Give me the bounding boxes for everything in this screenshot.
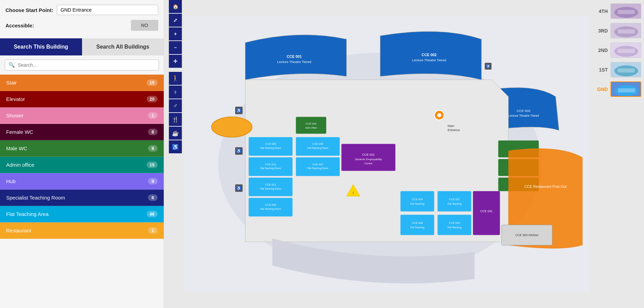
pan-button[interactable]: ✛ [169, 55, 182, 68]
cafe-filter-button[interactable]: ☕ [169, 127, 182, 140]
floor-label: 1ST [597, 67, 608, 73]
floor-label: GND [597, 87, 608, 92]
svg-text:CCE 003: CCE 003 [306, 122, 317, 125]
svg-text:Flat Teaching Room: Flat Teaching Room [260, 147, 281, 150]
start-point-select[interactable]: GND Entrance [57, 5, 158, 15]
svg-text:Flat Teaching Room: Flat Teaching Room [260, 208, 281, 210]
floor-thumbnail [611, 23, 641, 38]
category-label: Female WC [6, 129, 148, 135]
zoom-out-button[interactable]: − [169, 41, 182, 54]
svg-point-47 [212, 117, 252, 137]
category-label: Restaurant [6, 228, 148, 233]
floor-item-1st[interactable]: 1ST [597, 62, 641, 77]
svg-text:CCE 001: CCE 001 [287, 54, 302, 59]
search-icon: 🔍 [9, 62, 15, 68]
category-count: 1 [148, 112, 158, 119]
svg-rect-51 [438, 191, 471, 211]
category-item-admin-office[interactable]: Admin office 15 [0, 157, 164, 173]
svg-rect-60 [473, 191, 500, 235]
svg-text:CCE Restaurant First Out: CCE Restaurant First Out [524, 184, 567, 189]
floor-item-3rd[interactable]: 3RD [597, 23, 641, 38]
svg-rect-70 [618, 10, 635, 14]
category-label: Admin office [6, 162, 147, 168]
svg-rect-57 [438, 215, 471, 235]
category-item-elevator[interactable]: Elevator 20 [0, 91, 164, 107]
category-list: Stair 15 Elevator 20 Shower 1 Female WC … [0, 75, 164, 308]
category-item-male-wc[interactable]: Male WC 9 [0, 140, 164, 157]
female-wc-filter-button[interactable]: ♀ [169, 86, 182, 99]
svg-text:CCE 034: CCE 034 [412, 198, 423, 201]
svg-text:Entrance: Entrance [448, 128, 460, 132]
floor-item-2nd[interactable]: 2ND [597, 42, 641, 58]
svg-text:Adm Office: Adm Office [305, 127, 317, 129]
svg-text:CCE 037: CCE 037 [449, 198, 460, 201]
svg-rect-11 [249, 137, 292, 156]
floor-label: 4TH [597, 9, 608, 14]
left-panel: Choose Start Point: GND Entrance Accessi… [0, 0, 164, 308]
home-button[interactable]: 🏠 [169, 0, 182, 13]
svg-text:CCE 007: CCE 007 [312, 163, 323, 166]
category-item-restaurant[interactable]: Restaurant 1 [0, 222, 164, 239]
start-point-label: Choose Start Point: [5, 7, 53, 13]
accessible-toggle[interactable]: NO [131, 20, 158, 31]
svg-text:CCE 303 Kitchen: CCE 303 Kitchen [515, 233, 538, 237]
map-area: 🏠 ⤢ + − ✛ 🚶 ♀ ♂ 🍴 ☕ ♿ CCE 001 Lecture Th… [164, 0, 644, 308]
svg-text:Lecture Theatre Tiered: Lecture Theatre Tiered [508, 114, 539, 117]
restaurant-filter-button[interactable]: 🍴 [169, 113, 182, 126]
category-item-stair[interactable]: Stair 15 [0, 75, 164, 91]
zoom-in-button[interactable]: + [169, 27, 182, 40]
svg-rect-48 [400, 191, 434, 211]
svg-text:!: ! [353, 191, 354, 195]
floor-label: 3RD [597, 28, 608, 34]
floor-panel: 4TH 3RD 2ND 1ST GND [589, 0, 644, 100]
svg-text:♿: ♿ [236, 149, 241, 153]
svg-text:Main: Main [448, 124, 454, 128]
accessible-filter-button[interactable]: ♿ [169, 140, 182, 153]
category-item-shower[interactable]: Shower 1 [0, 107, 164, 124]
accessible-label: Accessible: [5, 23, 34, 28]
category-label: Specialist Teaching Room [6, 195, 148, 201]
svg-text:CCE 008: CCE 008 [265, 142, 277, 145]
category-label: Shower [6, 113, 148, 118]
search-tabs: Search This Building Search All Building… [0, 38, 164, 55]
search-input[interactable] [18, 62, 155, 68]
svg-text:♿: ♿ [236, 108, 241, 113]
building-map[interactable]: CCE 001 Lecture Theatre Tiered CCE 002 L… [185, 0, 589, 308]
male-wc-filter-button[interactable]: ♂ [169, 99, 182, 112]
svg-rect-79 [618, 68, 635, 73]
svg-rect-76 [618, 49, 635, 53]
svg-text:♿: ♿ [236, 186, 241, 191]
svg-text:CCE 003: CCE 003 [517, 109, 531, 113]
search-input-container: 🔍 [5, 60, 159, 70]
floor-item-gnd[interactable]: GND [597, 81, 641, 97]
svg-text:Students Employability: Students Employability [355, 158, 382, 161]
floor-label: 2ND [597, 48, 608, 53]
svg-rect-14 [249, 157, 292, 176]
svg-text:Flat Teaching: Flat Teaching [447, 226, 461, 229]
fullscreen-button[interactable]: ⤢ [169, 14, 182, 27]
category-item-female-wc[interactable]: Female WC 8 [0, 124, 164, 140]
svg-point-38 [437, 113, 441, 117]
svg-text:CCE 041: CCE 041 [480, 209, 493, 213]
category-item-specialist-teaching-room[interactable]: Specialist Teaching Room 6 [0, 190, 164, 206]
category-item-hub[interactable]: Hub 9 [0, 173, 164, 190]
svg-rect-26 [296, 157, 340, 176]
svg-text:CCE 040: CCE 040 [449, 221, 460, 224]
category-item-flat-teaching-area[interactable]: Flat Teaching Area 46 [0, 206, 164, 222]
floor-item-4th[interactable]: 4TH [597, 3, 641, 19]
svg-rect-54 [400, 215, 434, 235]
svg-text:CCE 010: CCE 010 [265, 163, 277, 166]
svg-text:Flat Teaching: Flat Teaching [410, 203, 424, 205]
svg-text:Flat Teaching Room: Flat Teaching Room [307, 167, 328, 170]
category-label: Flat Teaching Area [6, 211, 147, 217]
svg-rect-82 [618, 88, 635, 92]
header-section: Choose Start Point: GND Entrance Accessi… [0, 0, 164, 38]
floor-thumbnail [611, 3, 641, 19]
stairs-filter-button[interactable]: 🚶 [169, 72, 182, 85]
search-box-wrap: 🔍 [0, 55, 164, 75]
tab-this-building[interactable]: Search This Building [0, 38, 82, 55]
svg-text:Flat Teaching: Flat Teaching [447, 203, 461, 205]
tab-all-buildings[interactable]: Search All Buildings [82, 38, 164, 55]
svg-text:CCE 002: CCE 002 [421, 53, 437, 57]
svg-text:Flat Teaching Room: Flat Teaching Room [307, 147, 328, 150]
